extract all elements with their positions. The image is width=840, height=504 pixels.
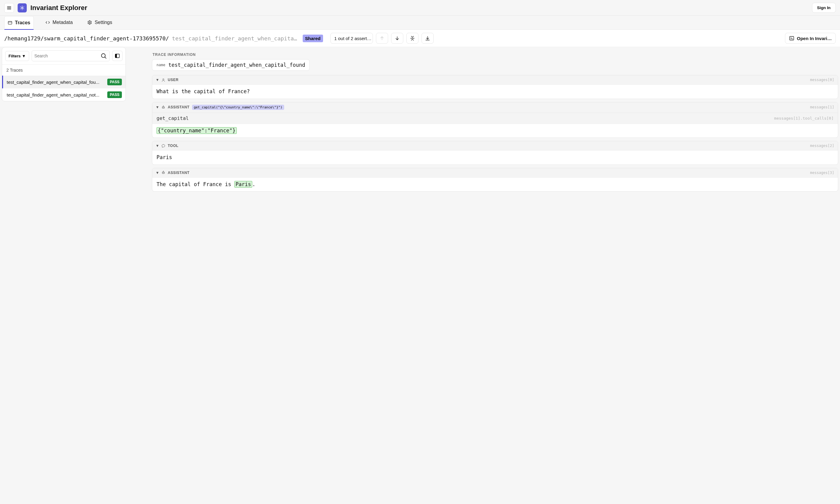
trace-item[interactable]: test_capital_finder_agent_when_capital_f… xyxy=(2,76,125,88)
message-body: {"country_name":"France"} xyxy=(152,124,838,138)
asterisk-icon xyxy=(19,5,25,11)
name-key: name xyxy=(156,63,165,67)
svg-point-24 xyxy=(163,106,164,106)
app-logo xyxy=(18,3,27,13)
arrow-down-icon xyxy=(394,36,400,41)
code-icon xyxy=(45,20,50,25)
message-card: ▼ USER messages[0] What is the capital o… xyxy=(152,75,838,99)
sidebar: Filters ▼ 2 Traces test_capital_finder_a… xyxy=(2,47,126,102)
tab-traces[interactable]: Traces xyxy=(4,16,34,30)
message-header[interactable]: ▼ ASSISTANT messages[3] xyxy=(152,168,838,178)
menu-button[interactable] xyxy=(4,3,14,13)
chat-icon xyxy=(161,144,165,148)
pass-badge: PASS xyxy=(107,79,122,85)
caret-icon[interactable]: ▼ xyxy=(156,78,159,82)
trace-name-pill: name test_capital_finder_agent_when_capi… xyxy=(152,59,310,71)
search-input[interactable] xyxy=(34,51,100,61)
role-label: TOOL xyxy=(168,144,178,148)
svg-rect-6 xyxy=(8,21,12,24)
breadcrumb-path[interactable]: /hemang1729/swarm_capital_finder_agent-1… xyxy=(4,35,169,41)
tab-metadata[interactable]: Metadata xyxy=(42,16,76,30)
filters-button[interactable]: Filters ▼ xyxy=(5,51,29,61)
hamburger-icon xyxy=(6,5,12,11)
breadcrumb-row: /hemang1729/swarm_capital_finder_agent-1… xyxy=(0,30,840,47)
pass-badge: PASS xyxy=(107,91,122,98)
panel-toggle-button[interactable] xyxy=(112,51,122,61)
next-button[interactable] xyxy=(391,33,403,44)
tab-label: Metadata xyxy=(53,20,73,25)
panel-icon xyxy=(115,53,120,59)
tab-label: Settings xyxy=(95,20,112,25)
svg-rect-27 xyxy=(162,172,165,173)
download-button[interactable] xyxy=(422,33,434,44)
user-icon xyxy=(161,78,165,82)
section-label: TRACE INFORMATION xyxy=(153,53,838,57)
prev-button[interactable] xyxy=(376,33,388,44)
arrow-up-icon xyxy=(379,36,385,41)
body-pre: The capital of France is xyxy=(156,181,234,187)
shared-badge: Shared xyxy=(303,35,323,42)
search-wrap xyxy=(32,50,110,61)
role-label: ASSISTANT xyxy=(168,105,190,109)
message-header[interactable]: ▼ ASSISTANT get_capital("{\"country_name… xyxy=(152,102,838,113)
sidebar-toolbar: Filters ▼ xyxy=(2,47,125,65)
collapse-button[interactable] xyxy=(406,33,418,44)
message-header[interactable]: ▼ TOOL messages[2] xyxy=(152,141,838,150)
open-label: Open In Invari… xyxy=(797,36,832,41)
tab-settings[interactable]: Settings xyxy=(84,16,115,30)
message-card: ▼ TOOL messages[2] Paris xyxy=(152,141,838,165)
download-icon xyxy=(425,36,430,41)
body-post: . xyxy=(252,181,255,187)
open-in-invariant-button[interactable]: Open In Invari… xyxy=(785,33,836,44)
window-icon xyxy=(7,20,13,25)
trace-name: test_capital_finder_agent_when_capital_f… xyxy=(7,79,105,85)
tab-label: Traces xyxy=(15,20,30,25)
message-body: Paris xyxy=(152,150,838,165)
svg-point-31 xyxy=(164,173,164,173)
robot-icon xyxy=(161,105,165,109)
breadcrumb-current: test_capital_finder_agent_when_capita... xyxy=(172,35,299,41)
message-body: The capital of France is Paris. xyxy=(152,178,838,192)
caret-icon[interactable]: ▼ xyxy=(156,105,159,109)
terminal-icon xyxy=(789,36,794,41)
caret-icon[interactable]: ▼ xyxy=(156,170,159,175)
traces-count: 2 Traces xyxy=(2,65,125,76)
name-value: test_capital_finder_agent_when_capital_f… xyxy=(168,62,305,68)
message-index: messages[1] xyxy=(810,105,834,109)
message-header[interactable]: ▼ USER messages[0] xyxy=(152,75,838,85)
gear-icon xyxy=(87,20,92,25)
message-index: messages[0] xyxy=(810,78,834,82)
svg-point-8 xyxy=(89,22,90,23)
message-card: ▼ ASSISTANT messages[3] The capital of F… xyxy=(152,168,838,192)
tool-fn-name: get_capital xyxy=(156,115,189,121)
svg-line-17 xyxy=(105,57,106,59)
role-label: USER xyxy=(168,78,178,82)
robot-icon xyxy=(161,170,165,175)
assertions-text: 1 out of 2 assert… xyxy=(334,36,372,41)
search-icon xyxy=(100,53,107,59)
role-label: ASSISTANT xyxy=(168,170,190,175)
topbar: Invariant Explorer Sign In xyxy=(0,0,840,16)
assertions-pill[interactable]: 1 out of 2 assert… xyxy=(330,33,373,44)
trace-name: test_capital_finder_agent_when_capital_n… xyxy=(7,92,105,97)
message-body: What is the capital of France? xyxy=(152,85,838,99)
topbar-left: Invariant Explorer xyxy=(4,3,87,13)
signin-button[interactable]: Sign In xyxy=(812,3,836,13)
tabs-row: Traces Metadata Settings xyxy=(0,16,840,30)
message-card: ▼ ASSISTANT get_capital("{\"country_name… xyxy=(152,102,838,138)
trace-item[interactable]: test_capital_finder_agent_when_capital_n… xyxy=(2,88,125,101)
message-index: messages[3] xyxy=(810,170,834,175)
trace-list: test_capital_finder_agent_when_capital_f… xyxy=(2,76,125,101)
crumb-right: Open In Invari… xyxy=(785,33,836,44)
svg-rect-22 xyxy=(162,107,165,108)
tool-call-badge: get_capital("{\"country_name\":\"France\… xyxy=(192,105,284,110)
svg-rect-20 xyxy=(115,54,117,58)
tool-call-path: messages[1].tool_calls[0] xyxy=(774,116,834,121)
collapse-icon xyxy=(410,36,415,41)
tool-call-subheader: get_capital messages[1].tool_calls[0] xyxy=(152,113,838,124)
message-index: messages[2] xyxy=(810,144,834,148)
app-title: Invariant Explorer xyxy=(30,4,87,12)
main-pane: TRACE INFORMATION name test_capital_find… xyxy=(126,47,840,201)
caret-icon[interactable]: ▼ xyxy=(156,144,159,148)
highlighted-answer: Paris xyxy=(234,181,252,187)
